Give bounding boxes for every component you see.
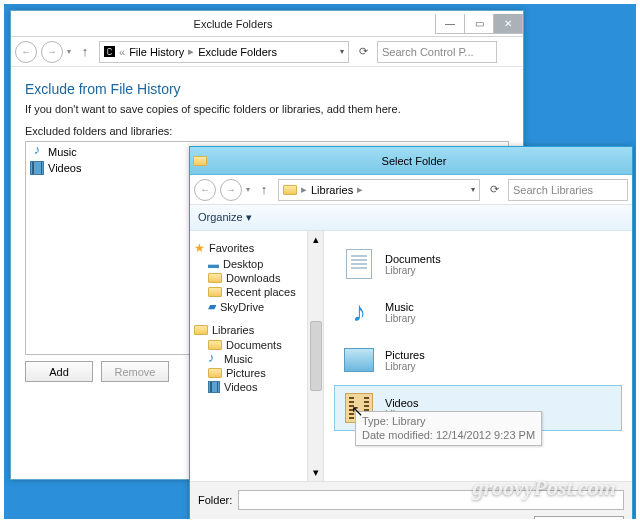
list-label: Excluded folders and libraries:	[25, 125, 509, 137]
select-folder-dialog: Select Folder ← → ▾ ↑ ▸ Libraries ▸ ▾ ⟳ …	[189, 146, 633, 520]
search-input[interactable]: Search Libraries	[508, 179, 628, 201]
breadcrumb-sep: «	[119, 46, 125, 58]
organize-menu[interactable]: Organize ▾	[198, 211, 252, 224]
up-button[interactable]: ↑	[254, 180, 274, 200]
music-icon	[208, 353, 220, 365]
history-dropdown[interactable]: ▾	[67, 47, 71, 56]
folder-icon	[283, 185, 297, 195]
remove-button[interactable]: Remove	[101, 361, 169, 382]
minimize-button[interactable]: —	[435, 14, 465, 34]
page-description: If you don't want to save copies of spec…	[25, 103, 509, 115]
toolbar: Organize ▾	[190, 205, 632, 231]
nav-scrollbar[interactable]: ▴▾	[308, 231, 324, 481]
search-input[interactable]: Search Control P...	[377, 41, 497, 63]
forward-button[interactable]: →	[41, 41, 63, 63]
nav-item-music[interactable]: Music	[194, 352, 303, 366]
tooltip: Type: Library Date modified: 12/14/2012 …	[355, 411, 542, 446]
titlebar[interactable]: Select Folder	[190, 147, 632, 175]
breadcrumb[interactable]: Libraries	[311, 184, 353, 196]
back-button[interactable]: ←	[15, 41, 37, 63]
select-folder-button[interactable]: Select Folder	[534, 516, 624, 523]
maximize-button[interactable]: ▭	[464, 14, 494, 34]
up-button[interactable]: ↑	[75, 42, 95, 62]
music-icon: ♪	[341, 294, 377, 330]
refresh-button[interactable]: ⟳	[484, 180, 504, 200]
folder-icon	[208, 368, 222, 378]
nav-item-pictures[interactable]: Pictures	[194, 366, 303, 380]
refresh-button[interactable]: ⟳	[353, 42, 373, 62]
address-bar[interactable]: 🅲 « File History ▸ Exclude Folders ▾	[99, 41, 349, 63]
videos-icon	[208, 381, 220, 393]
nav-item-skydrive[interactable]: ▰SkyDrive	[194, 299, 303, 314]
scroll-thumb[interactable]	[310, 321, 322, 391]
folder-icon	[208, 287, 222, 297]
breadcrumb[interactable]: File History	[129, 46, 184, 58]
breadcrumb-sep: ▸	[357, 183, 363, 196]
nav-item-videos[interactable]: Videos	[194, 380, 303, 394]
libraries-icon	[194, 325, 208, 335]
scroll-down-icon[interactable]: ▾	[313, 466, 319, 479]
folder-input[interactable]	[238, 490, 624, 510]
navbar: ← → ▾ ↑ 🅲 « File History ▸ Exclude Folde…	[11, 37, 523, 67]
window-title: Exclude Folders	[31, 18, 435, 30]
music-icon	[30, 145, 44, 159]
library-tile-documents[interactable]: DocumentsLibrary	[334, 241, 622, 287]
breadcrumb-sep: ▸	[188, 45, 194, 58]
folder-icon	[208, 340, 222, 350]
close-button[interactable]: ✕	[493, 14, 523, 34]
back-button[interactable]: ←	[194, 179, 216, 201]
forward-button[interactable]: →	[220, 179, 242, 201]
history-dropdown[interactable]: ▾	[246, 185, 250, 194]
folder-icon	[208, 273, 222, 283]
address-bar[interactable]: ▸ Libraries ▸ ▾	[278, 179, 480, 201]
breadcrumb[interactable]: Exclude Folders	[198, 46, 277, 58]
library-tile-music[interactable]: ♪ MusicLibrary	[334, 289, 622, 335]
breadcrumb-sep: ▸	[301, 183, 307, 196]
add-button[interactable]: Add	[25, 361, 93, 382]
nav-item-downloads[interactable]: Downloads	[194, 271, 303, 285]
navigation-pane[interactable]: ★Favorites ▬Desktop Downloads Recent pla…	[190, 231, 308, 481]
dialog-title: Select Folder	[210, 155, 618, 167]
favorites-header[interactable]: ★Favorites	[194, 241, 303, 255]
videos-icon	[30, 161, 44, 175]
chevron-down-icon[interactable]: ▾	[340, 47, 344, 56]
titlebar[interactable]: Exclude Folders — ▭ ✕	[11, 11, 523, 37]
scroll-up-icon[interactable]: ▴	[313, 233, 319, 246]
documents-icon	[341, 246, 377, 282]
nav-item-recent[interactable]: Recent places	[194, 285, 303, 299]
folder-icon	[193, 156, 207, 166]
nav-item-desktop[interactable]: ▬Desktop	[194, 257, 303, 271]
navbar: ← → ▾ ↑ ▸ Libraries ▸ ▾ ⟳ Search Librari…	[190, 175, 632, 205]
dialog-footer: Folder: Select Folder	[190, 481, 632, 523]
folder-label: Folder:	[198, 494, 232, 506]
cloud-icon: ▰	[208, 300, 216, 313]
libraries-header[interactable]: Libraries	[194, 324, 303, 336]
chevron-down-icon[interactable]: ▾	[471, 185, 475, 194]
library-tile-pictures[interactable]: PicturesLibrary	[334, 337, 622, 383]
control-panel-icon: 🅲	[104, 46, 115, 58]
pictures-icon	[341, 342, 377, 378]
page-heading: Exclude from File History	[25, 81, 509, 97]
star-icon: ★	[194, 241, 205, 255]
desktop-icon: ▬	[208, 258, 219, 270]
